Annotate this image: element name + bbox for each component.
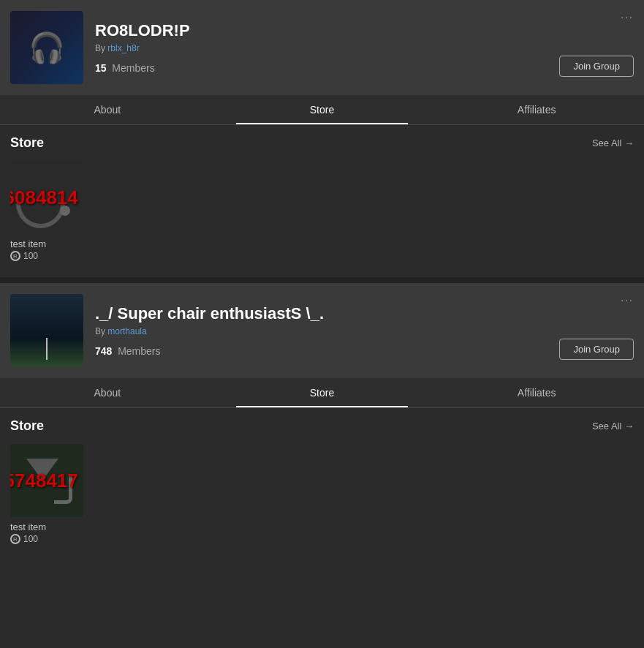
group-avatar-2 — [10, 294, 83, 367]
group-tabs-1: About Store Affiliates — [0, 95, 644, 125]
store-item-2-0: Group ID: 15748417 test item R 100 — [10, 444, 83, 544]
tab-about-1[interactable]: About — [0, 95, 215, 124]
robux-icon-1-0: R — [10, 251, 20, 261]
store-section-2: Store See All → Group ID: 15748417 test … — [0, 408, 644, 559]
group-owner-2[interactable]: morthaula — [107, 326, 146, 336]
see-all-2[interactable]: See All → — [592, 421, 634, 432]
group-card-2: ._/ Super chair enthusiastS \_.‌ By mort… — [0, 283, 644, 559]
store-title-1: Store — [10, 135, 44, 151]
group-info-2: ._/ Super chair enthusiastS \_.‌ By mort… — [83, 298, 634, 363]
group-avatar-1 — [10, 11, 83, 84]
item-price-1-0: R 100 — [10, 251, 83, 261]
tab-store-2[interactable]: Store — [215, 378, 430, 407]
see-all-1[interactable]: See All → — [592, 137, 634, 148]
item-name-1-0: test item — [10, 238, 83, 249]
group-tabs-2: About Store Affiliates — [0, 378, 644, 408]
group-id-overlay-2: Group ID: 15748417 — [10, 470, 83, 492]
group-id-overlay-1: Group ID: 16084814 — [10, 187, 83, 209]
item-price-2-0: R 100 — [10, 534, 83, 544]
group-header-2: ._/ Super chair enthusiastS \_.‌ By mort… — [0, 283, 644, 378]
group-card-1: RO8LODR!P By rblx_h8r 15 Members ... Joi… — [0, 0, 644, 276]
item-thumbnail-1-0[interactable]: Group ID: 16084814 — [10, 161, 83, 234]
join-button-1[interactable]: Join Group — [559, 56, 634, 77]
group-actions-1: ... Join Group — [559, 9, 634, 77]
group-by-1: By rblx_h8r — [95, 43, 622, 53]
tab-store-1[interactable]: Store — [215, 95, 430, 124]
group-by-2: By morthaula — [95, 326, 622, 336]
group-owner-1[interactable]: rblx_h8r — [107, 43, 139, 53]
store-item-1-0: Group ID: 16084814 test item R 100 — [10, 161, 83, 261]
store-items-2: Group ID: 15748417 test item R 100 — [10, 444, 634, 544]
group-name-2: ._/ Super chair enthusiastS \_.‌ — [95, 304, 622, 323]
group-actions-2: ... Join Group — [559, 292, 634, 360]
store-items-1: Group ID: 16084814 test item R 100 — [10, 161, 634, 261]
store-section-1: Store See All → Group ID: 16084814 test … — [0, 125, 644, 276]
group-header-1: RO8LODR!P By rblx_h8r 15 Members ... Joi… — [0, 0, 644, 95]
group-members-2: 748 Members — [95, 345, 622, 357]
group-name-1: RO8LODR!P — [95, 21, 622, 40]
store-header-2: Store See All → — [10, 418, 634, 434]
robux-icon-2-0: R — [10, 534, 20, 544]
group-members-1: 15 Members — [95, 62, 622, 74]
tab-about-2[interactable]: About — [0, 378, 215, 407]
store-header-1: Store See All → — [10, 135, 634, 151]
group-info-1: RO8LODR!P By rblx_h8r 15 Members — [83, 15, 634, 80]
item-name-2-0: test item — [10, 521, 83, 532]
join-button-2[interactable]: Join Group — [559, 339, 634, 360]
item-thumbnail-2-0[interactable]: Group ID: 15748417 — [10, 444, 83, 517]
tab-affiliates-2[interactable]: Affiliates — [429, 378, 644, 407]
store-title-2: Store — [10, 418, 44, 434]
group-separator — [0, 277, 644, 283]
dots-menu-1[interactable]: ... — [621, 9, 634, 20]
tab-affiliates-1[interactable]: Affiliates — [429, 95, 644, 124]
dots-menu-2[interactable]: ... — [621, 292, 634, 304]
